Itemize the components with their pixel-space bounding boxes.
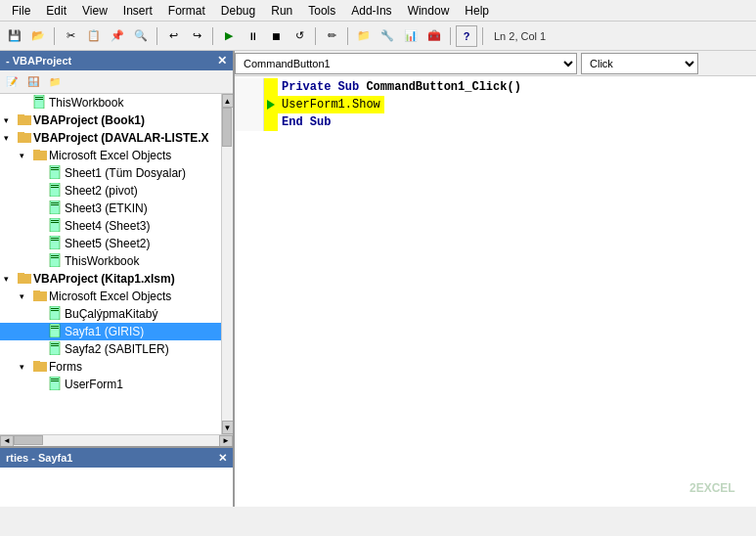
view-code-btn[interactable]: 📝 (2, 72, 22, 92)
toolbar-toolbox-btn[interactable]: 🧰 (423, 25, 445, 47)
menu-debug[interactable]: Debug (213, 2, 263, 20)
menu-format[interactable]: Format (160, 2, 213, 20)
toolbar-undo-btn[interactable]: ↩ (162, 25, 184, 47)
project-tree: ThisWorkbook▾VBAProject (Book1)▾VBAProje… (0, 94, 221, 434)
toolbar-design-btn[interactable]: ✏ (321, 25, 342, 47)
tree-label-forms: Forms (49, 360, 82, 374)
code-line-2[interactable]: End Sub (235, 113, 756, 131)
code-line-1[interactable]: UserForm1.Show (235, 96, 756, 113)
tree-label-vbaproject_kitap: VBAProject (Kitap1.xlsm) (33, 272, 175, 286)
horiz-scroll-track[interactable] (14, 435, 219, 447)
tree-item-sheet5[interactable]: Sheet5 (Sheet2) (0, 235, 221, 252)
svg-rect-14 (51, 187, 59, 188)
menu-help[interactable]: Help (457, 2, 497, 20)
toolbar-obj-btn[interactable]: 📊 (400, 25, 422, 47)
tree-item-sheet2[interactable]: Sheet2 (pivot) (0, 182, 221, 200)
tree-item-forms[interactable]: ▾Forms (0, 358, 221, 376)
tree-label-thisworkbook2: ThisWorkbook (65, 254, 139, 268)
tree-icon-vbaproject_davalar (18, 130, 33, 146)
toolbar-copy-btn[interactable]: 📋 (83, 25, 105, 47)
expand-icon-vbaproject_book1[interactable]: ▾ (4, 115, 18, 125)
code-area[interactable]: Private Sub CommandButton1_Click()UserFo… (235, 76, 756, 507)
menu-run[interactable]: Run (263, 2, 300, 20)
svg-rect-11 (51, 169, 59, 170)
toolbar-save-btn[interactable]: 💾 (4, 25, 25, 47)
properties-panel: rties - Sayfa1 ✕ (0, 446, 235, 507)
scroll-right-btn[interactable]: ► (219, 435, 233, 447)
tree-icon-sheet4 (49, 218, 65, 234)
props-close-btn[interactable]: ✕ (218, 452, 227, 465)
toolbar-pause-btn[interactable]: ⏸ (242, 25, 263, 47)
expand-icon-ms_excel_objects1[interactable]: ▾ (20, 151, 33, 160)
tree-item-bucalypma[interactable]: BuÇalýpmaKitabý (0, 305, 221, 323)
svg-rect-33 (51, 310, 59, 311)
tree-item-sheet1[interactable]: Sheet1 (Tüm Dosyalar) (0, 164, 221, 182)
tree-item-vbaproject_davalar[interactable]: ▾VBAProject (DAVALAR-LISTE.X (0, 129, 221, 147)
toolbar-explorer-btn[interactable]: 📁 (353, 25, 375, 47)
scroll-track[interactable] (222, 108, 234, 421)
object-dropdown[interactable]: CommandButton1 (235, 53, 577, 74)
tree-label-sayfa2: Sayfa2 (SABITLER) (65, 342, 169, 356)
tree-item-vbaproject_kitap[interactable]: ▾VBAProject (Kitap1.xlsm) (0, 270, 221, 288)
toolbar-open-btn[interactable]: 📂 (27, 25, 49, 47)
props-titlebar: rties - Sayfa1 ✕ (0, 448, 233, 468)
toolbar-find-btn[interactable]: 🔍 (130, 25, 152, 47)
menu-window[interactable]: Window (400, 2, 458, 20)
toolbar-run-btn[interactable]: ▶ (218, 25, 240, 47)
toolbar-cut-btn[interactable]: ✂ (60, 25, 81, 47)
tree-item-sheet3[interactable]: Sheet3 (ETKIN) (0, 200, 221, 217)
tree-item-sayfa2[interactable]: Sayfa2 (SABITLER) (0, 340, 221, 358)
line-content-2[interactable]: End Sub (278, 113, 334, 131)
menu-edit[interactable]: Edit (38, 2, 74, 20)
tree-icon-sheet5 (49, 236, 65, 251)
line-arrow-1 (264, 96, 278, 113)
tree-label-bucalypma: BuÇalýpmaKitabý (65, 307, 157, 321)
tree-label-sheet1: Sheet1 (Tüm Dosyalar) (65, 166, 186, 180)
svg-rect-4 (18, 114, 24, 117)
project-explorer-panel: - VBAProject ✕ 📝 🪟 📁 ThisWorkbook▾VBAPro… (0, 51, 235, 446)
tree-item-vbaproject_book1[interactable]: ▾VBAProject (Book1) (0, 112, 221, 129)
menu-file[interactable]: File (4, 2, 38, 20)
props-title: rties - Sayfa1 (6, 452, 72, 464)
scroll-up-btn[interactable]: ▲ (222, 94, 234, 108)
expand-icon-forms[interactable]: ▾ (20, 362, 33, 372)
tree-item-userform1[interactable]: UserForm1 (0, 376, 221, 393)
panel-titlebar: - VBAProject ✕ (0, 51, 233, 70)
toggle-folders-btn[interactable]: 📁 (45, 72, 65, 92)
view-object-btn[interactable]: 🪟 (23, 72, 43, 92)
menu-view[interactable]: View (74, 2, 115, 20)
line-content-0[interactable]: Private Sub CommandButton1_Click() (278, 78, 525, 96)
toolbar-paste-btn[interactable]: 📌 (107, 25, 128, 47)
toolbar-help-btn[interactable]: ? (456, 25, 477, 47)
panel-close-btn[interactable]: ✕ (217, 54, 227, 67)
tree-item-thisworkbook2[interactable]: ThisWorkbook (0, 252, 221, 270)
toolbar-reset-btn[interactable]: ↺ (289, 25, 310, 47)
menu-addins[interactable]: Add-Ins (343, 2, 399, 20)
expand-icon-vbaproject_kitap[interactable]: ▾ (4, 274, 18, 284)
tree-icon-sheet1 (49, 165, 65, 181)
line-arrow-2 (264, 113, 278, 131)
horiz-scroll-thumb[interactable] (14, 435, 43, 445)
line-content-1[interactable]: UserForm1.Show (278, 96, 384, 113)
toolbar-redo-btn[interactable]: ↪ (186, 25, 207, 47)
menu-tools[interactable]: Tools (300, 2, 343, 20)
svg-rect-17 (51, 204, 59, 205)
tree-item-sheet4[interactable]: Sheet4 (Sheet3) (0, 217, 221, 235)
menu-insert[interactable]: Insert (115, 2, 160, 20)
tree-scrollbar[interactable]: ▲ ▼ (221, 94, 233, 434)
proc-dropdown[interactable]: Click (581, 53, 698, 74)
toolbar-props-btn[interactable]: 🔧 (377, 25, 398, 47)
expand-icon-ms_excel_objects2[interactable]: ▾ (20, 291, 33, 301)
scroll-left-btn[interactable]: ◄ (0, 435, 14, 447)
tree-item-ms_excel_objects2[interactable]: ▾Microsoft Excel Objects (0, 288, 221, 305)
tree-item-sayfa1[interactable]: Sayfa1 (GIRIS) (0, 323, 221, 340)
tree-item-thisworkbook1[interactable]: ThisWorkbook (0, 94, 221, 112)
expand-icon-vbaproject_davalar[interactable]: ▾ (4, 133, 18, 143)
toolbar-stop-btn[interactable]: ⏹ (265, 25, 287, 47)
horiz-scrollbar[interactable]: ◄ ► (0, 434, 233, 446)
code-line-0[interactable]: Private Sub CommandButton1_Click() (235, 78, 756, 96)
scroll-thumb[interactable] (222, 108, 232, 147)
scroll-down-btn[interactable]: ▼ (222, 421, 234, 434)
tree-item-ms_excel_objects1[interactable]: ▾Microsoft Excel Objects (0, 147, 221, 164)
svg-rect-10 (51, 167, 59, 168)
